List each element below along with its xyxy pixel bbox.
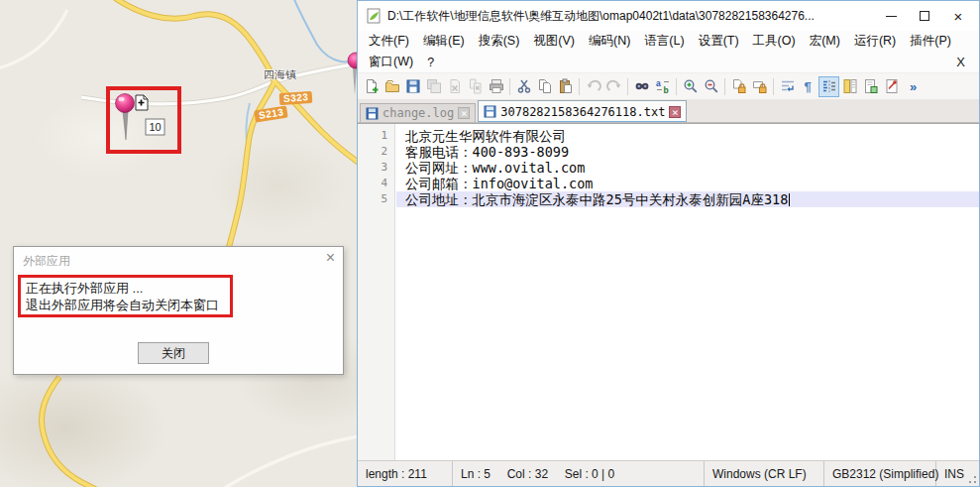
menu-settings[interactable]: 设置(T): [692, 31, 746, 52]
status-length: length : 211: [358, 461, 453, 486]
line-number-gutter: 1 2 3 4 5: [358, 124, 395, 460]
line-number: 4: [358, 176, 394, 191]
resize-grip[interactable]: [966, 473, 977, 484]
toolbar-separator: [627, 78, 628, 95]
tab-label: change.log: [382, 106, 454, 120]
sync-vertical-scroll-icon[interactable]: [728, 76, 749, 97]
tab-change-log[interactable]: change.log ×: [360, 103, 476, 122]
word-wrap-icon[interactable]: [777, 76, 798, 97]
zoom-out-icon[interactable]: [701, 76, 721, 97]
toolbar-separator: [676, 78, 677, 95]
map-roads-layer: 10: [0, 0, 357, 487]
tab-3078282158364276118-txt[interactable]: 3078282158364276118.txt ×: [478, 100, 687, 122]
redo-icon[interactable]: [603, 76, 624, 97]
toolbar-separator: [773, 78, 774, 95]
window-controls: ×: [874, 3, 975, 29]
toolbar-overflow-chevron[interactable]: »: [910, 79, 917, 94]
maximize-icon: [920, 11, 929, 21]
status-eol-format[interactable]: Windows (CR LF): [705, 461, 824, 486]
zoom-in-icon[interactable]: [680, 76, 701, 97]
menubar: 文件(F) 编辑(E) 搜索(S) 视图(V) 编码(N) 语言(L) 设置(T…: [358, 31, 979, 72]
sync-horizontal-scroll-icon[interactable]: [749, 76, 770, 97]
notepad-app-icon: [366, 8, 381, 24]
line-number: 5: [358, 191, 394, 207]
titlebar[interactable]: D:\工作软件\地理信息软件\奥维互动地图\omap0402t1\data\30…: [358, 1, 979, 31]
line-number: 1: [358, 128, 394, 144]
maximize-button[interactable]: [908, 3, 941, 29]
find-icon[interactable]: [631, 76, 652, 97]
screen: 10 四海镇 S323 S213 外部应用 × 正在执行外部应用 ... 退出外…: [0, 0, 980, 487]
menu-help[interactable]: ?: [420, 54, 441, 71]
editor[interactable]: 1 2 3 4 5 北京元生华网软件有限公司 客服电话：400-893-8099…: [358, 123, 979, 460]
cut-icon[interactable]: [513, 76, 534, 97]
monitoring-icon[interactable]: [881, 76, 902, 97]
new-file-icon[interactable]: [361, 76, 381, 97]
editor-line: 公司网址：www.ovital.com: [396, 160, 979, 176]
replace-icon[interactable]: ab: [652, 76, 673, 97]
editor-line: 客服电话：400-893-8099: [396, 144, 979, 160]
tab-label: 3078282158364276118.txt: [500, 105, 665, 119]
town-label: 四海镇: [264, 67, 296, 82]
toolbar-separator: [579, 78, 580, 95]
tab-close-icon[interactable]: ×: [458, 107, 470, 119]
map-canvas[interactable]: 10 四海镇 S323 S213 外部应用 × 正在执行外部应用 ... 退出外…: [0, 0, 357, 487]
editor-line: 公司邮箱：info@ovital.com: [396, 176, 979, 191]
menu-file[interactable]: 文件(F): [362, 31, 416, 52]
editor-current-line: 公司地址：北京市海淀区永泰中路25号中关村永泰创新园A座318: [396, 191, 979, 207]
close-file-icon[interactable]: [444, 76, 465, 97]
tab-close-icon[interactable]: ×: [669, 106, 681, 118]
dialog-close-icon[interactable]: ×: [326, 249, 335, 267]
close-button[interactable]: ×: [941, 3, 975, 29]
print-icon[interactable]: [486, 76, 506, 97]
menu-encoding[interactable]: 编码(N): [582, 31, 637, 52]
menu-edit[interactable]: 编辑(E): [416, 31, 472, 52]
open-file-icon[interactable]: [381, 76, 402, 97]
menu-search[interactable]: 搜索(S): [472, 31, 527, 52]
close-icon: ×: [954, 9, 963, 24]
window-title: D:\工作软件\地理信息软件\奥维互动地图\omap0402t1\data\30…: [387, 8, 874, 25]
dialog-message-line1: 正在执行外部应用 ...: [26, 280, 219, 297]
copy-icon[interactable]: [534, 76, 555, 97]
svg-text:b: b: [663, 85, 668, 94]
pin-highlight-rectangle: [106, 86, 181, 154]
menu-run[interactable]: 运行(R): [847, 31, 903, 52]
status-cursor-position: Ln : 5 Col : 32 Sel : 0 | 0: [453, 461, 705, 486]
saved-file-icon: [366, 107, 379, 120]
menu-row-2: 窗口(W) ? X: [358, 52, 979, 72]
function-list-icon[interactable]: [860, 76, 881, 97]
save-icon[interactable]: [402, 76, 423, 97]
menu-language[interactable]: 语言(L): [637, 31, 691, 52]
status-bar: length : 211 Ln : 5 Col : 32 Sel : 0 | 0…: [358, 460, 979, 486]
dialog-message: 正在执行外部应用 ... 退出外部应用将会自动关闭本窗口: [26, 280, 219, 313]
show-all-characters-icon[interactable]: ¶: [798, 76, 818, 97]
close-document-x-button[interactable]: X: [956, 55, 965, 69]
map-pin-partial[interactable]: [348, 53, 357, 95]
dialog-title: 外部应用: [23, 253, 70, 270]
minimize-button[interactable]: [874, 3, 908, 29]
menu-row-1: 文件(F) 编辑(E) 搜索(S) 视图(V) 编码(N) 语言(L) 设置(T…: [358, 31, 979, 52]
menu-window[interactable]: 窗口(W): [362, 52, 420, 72]
save-all-icon[interactable]: [423, 76, 444, 97]
editor-line-text: 公司地址：北京市海淀区永泰中路25号中关村永泰创新园A座318: [405, 191, 788, 207]
undo-icon[interactable]: [583, 76, 603, 97]
line-number: 3: [358, 160, 394, 176]
menu-view[interactable]: 视图(V): [526, 31, 582, 52]
road-badge-s323: S323: [279, 91, 313, 105]
toolbar-separator: [509, 78, 510, 95]
paste-icon[interactable]: [555, 76, 576, 97]
menu-plugins[interactable]: 插件(P): [903, 31, 958, 52]
svg-text:¶: ¶: [804, 79, 811, 94]
status-encoding[interactable]: GB2312 (Simplified): [824, 461, 936, 486]
minor-road: [223, 436, 357, 487]
dialog-close-button[interactable]: 关闭: [138, 342, 209, 364]
editor-line: 北京元生华网软件有限公司: [396, 128, 979, 144]
editor-text-area[interactable]: 北京元生华网软件有限公司 客服电话：400-893-8099 公司网址：www.…: [396, 124, 979, 207]
svg-text:a: a: [656, 78, 661, 88]
indent-guide-icon[interactable]: [818, 76, 839, 97]
menu-tools[interactable]: 工具(O): [746, 31, 803, 52]
menu-macro[interactable]: 宏(M): [803, 31, 847, 52]
minimize-icon: [886, 16, 897, 17]
document-map-icon[interactable]: [839, 76, 860, 97]
close-all-icon[interactable]: [465, 76, 486, 97]
external-app-dialog: 外部应用 × 正在执行外部应用 ... 退出外部应用将会自动关闭本窗口 关闭: [13, 246, 344, 375]
